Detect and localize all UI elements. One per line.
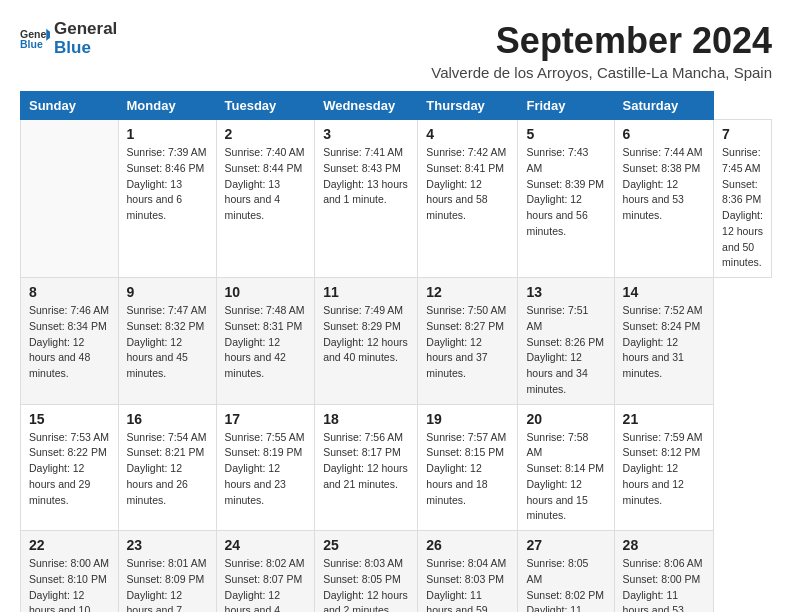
day-number: 16 <box>127 411 208 427</box>
table-row: 15Sunrise: 7:53 AMSunset: 8:22 PMDayligh… <box>21 404 119 531</box>
sunset-text: Sunset: 8:07 PM <box>225 572 307 588</box>
table-row: 23Sunrise: 8:01 AMSunset: 8:09 PMDayligh… <box>118 531 216 613</box>
day-info: Sunrise: 8:06 AMSunset: 8:00 PMDaylight:… <box>623 556 705 612</box>
sunrise-text: Sunrise: 8:00 AM <box>29 556 110 572</box>
day-info: Sunrise: 7:40 AMSunset: 8:44 PMDaylight:… <box>225 145 307 224</box>
daylight-text: Daylight: 12 hours and 21 minutes. <box>323 461 409 493</box>
table-row: 6Sunrise: 7:44 AMSunset: 8:38 PMDaylight… <box>614 120 713 278</box>
sunset-text: Sunset: 8:43 PM <box>323 161 409 177</box>
table-row: 4Sunrise: 7:42 AMSunset: 8:41 PMDaylight… <box>418 120 518 278</box>
day-number: 5 <box>526 126 605 142</box>
daylight-text: Daylight: 12 hours and 10 minutes. <box>29 588 110 613</box>
table-row: 9Sunrise: 7:47 AMSunset: 8:32 PMDaylight… <box>118 278 216 405</box>
sunset-text: Sunset: 8:19 PM <box>225 445 307 461</box>
daylight-text: Daylight: 11 hours and 56 minutes. <box>526 603 605 612</box>
table-row: 20Sunrise: 7:58 AMSunset: 8:14 PMDayligh… <box>518 404 614 531</box>
table-row: 5Sunrise: 7:43 AMSunset: 8:39 PMDaylight… <box>518 120 614 278</box>
table-row: 11Sunrise: 7:49 AMSunset: 8:29 PMDayligh… <box>315 278 418 405</box>
page-header: General Blue General Blue September 2024… <box>20 20 772 81</box>
day-info: Sunrise: 7:50 AMSunset: 8:27 PMDaylight:… <box>426 303 509 382</box>
table-row: 25Sunrise: 8:03 AMSunset: 8:05 PMDayligh… <box>315 531 418 613</box>
daylight-text: Daylight: 13 hours and 1 minute. <box>323 177 409 209</box>
table-row: 12Sunrise: 7:50 AMSunset: 8:27 PMDayligh… <box>418 278 518 405</box>
table-row: 1Sunrise: 7:39 AMSunset: 8:46 PMDaylight… <box>118 120 216 278</box>
table-row: 8Sunrise: 7:46 AMSunset: 8:34 PMDaylight… <box>21 278 119 405</box>
day-number: 3 <box>323 126 409 142</box>
logo-icon: General Blue <box>20 26 50 51</box>
day-info: Sunrise: 8:05 AMSunset: 8:02 PMDaylight:… <box>526 556 605 612</box>
sunset-text: Sunset: 8:02 PM <box>526 588 605 604</box>
day-info: Sunrise: 7:58 AMSunset: 8:14 PMDaylight:… <box>526 430 605 525</box>
day-number: 6 <box>623 126 705 142</box>
sunrise-text: Sunrise: 7:44 AM <box>623 145 705 161</box>
day-number: 17 <box>225 411 307 427</box>
day-number: 12 <box>426 284 509 300</box>
sunrise-text: Sunrise: 7:55 AM <box>225 430 307 446</box>
daylight-text: Daylight: 12 hours and 26 minutes. <box>127 461 208 508</box>
day-info: Sunrise: 7:56 AMSunset: 8:17 PMDaylight:… <box>323 430 409 493</box>
daylight-text: Daylight: 12 hours and 48 minutes. <box>29 335 110 382</box>
header-thursday: Thursday <box>418 92 518 120</box>
daylight-text: Daylight: 12 hours and 45 minutes. <box>127 335 208 382</box>
day-info: Sunrise: 8:02 AMSunset: 8:07 PMDaylight:… <box>225 556 307 612</box>
day-info: Sunrise: 7:54 AMSunset: 8:21 PMDaylight:… <box>127 430 208 509</box>
day-number: 9 <box>127 284 208 300</box>
sunrise-text: Sunrise: 7:53 AM <box>29 430 110 446</box>
location-subtitle: Valverde de los Arroyos, Castille-La Man… <box>431 64 772 81</box>
sunset-text: Sunset: 8:44 PM <box>225 161 307 177</box>
day-info: Sunrise: 7:59 AMSunset: 8:12 PMDaylight:… <box>623 430 705 509</box>
daylight-text: Daylight: 12 hours and 29 minutes. <box>29 461 110 508</box>
sunrise-text: Sunrise: 7:58 AM <box>526 430 605 462</box>
sunrise-text: Sunrise: 8:04 AM <box>426 556 509 572</box>
table-row: 28Sunrise: 8:06 AMSunset: 8:00 PMDayligh… <box>614 531 713 613</box>
sunrise-text: Sunrise: 7:42 AM <box>426 145 509 161</box>
sunrise-text: Sunrise: 7:43 AM <box>526 145 605 177</box>
daylight-text: Daylight: 13 hours and 4 minutes. <box>225 177 307 224</box>
table-row <box>21 120 119 278</box>
daylight-text: Daylight: 12 hours and 42 minutes. <box>225 335 307 382</box>
calendar-table: Sunday Monday Tuesday Wednesday Thursday… <box>20 91 772 612</box>
day-number: 23 <box>127 537 208 553</box>
day-info: Sunrise: 8:03 AMSunset: 8:05 PMDaylight:… <box>323 556 409 612</box>
table-row: 14Sunrise: 7:52 AMSunset: 8:24 PMDayligh… <box>614 278 713 405</box>
day-number: 4 <box>426 126 509 142</box>
calendar-week-row: 8Sunrise: 7:46 AMSunset: 8:34 PMDaylight… <box>21 278 772 405</box>
sunset-text: Sunset: 8:21 PM <box>127 445 208 461</box>
sunrise-text: Sunrise: 7:56 AM <box>323 430 409 446</box>
sunrise-text: Sunrise: 7:51 AM <box>526 303 605 335</box>
sunrise-text: Sunrise: 8:05 AM <box>526 556 605 588</box>
day-number: 24 <box>225 537 307 553</box>
sunset-text: Sunset: 8:03 PM <box>426 572 509 588</box>
sunrise-text: Sunrise: 7:47 AM <box>127 303 208 319</box>
day-number: 8 <box>29 284 110 300</box>
sunrise-text: Sunrise: 7:57 AM <box>426 430 509 446</box>
daylight-text: Daylight: 12 hours and 34 minutes. <box>526 350 605 397</box>
day-number: 14 <box>623 284 705 300</box>
sunset-text: Sunset: 8:26 PM <box>526 335 605 351</box>
day-number: 20 <box>526 411 605 427</box>
table-row: 18Sunrise: 7:56 AMSunset: 8:17 PMDayligh… <box>315 404 418 531</box>
sunrise-text: Sunrise: 7:52 AM <box>623 303 705 319</box>
sunrise-text: Sunrise: 7:59 AM <box>623 430 705 446</box>
header-tuesday: Tuesday <box>216 92 315 120</box>
daylight-text: Daylight: 13 hours and 6 minutes. <box>127 177 208 224</box>
table-row: 2Sunrise: 7:40 AMSunset: 8:44 PMDaylight… <box>216 120 315 278</box>
daylight-text: Daylight: 12 hours and 2 minutes. <box>323 588 409 613</box>
sunrise-text: Sunrise: 7:39 AM <box>127 145 208 161</box>
table-row: 22Sunrise: 8:00 AMSunset: 8:10 PMDayligh… <box>21 531 119 613</box>
day-info: Sunrise: 7:45 AMSunset: 8:36 PMDaylight:… <box>722 145 763 271</box>
day-info: Sunrise: 7:49 AMSunset: 8:29 PMDaylight:… <box>323 303 409 366</box>
sunrise-text: Sunrise: 7:46 AM <box>29 303 110 319</box>
calendar-week-row: 1Sunrise: 7:39 AMSunset: 8:46 PMDaylight… <box>21 120 772 278</box>
daylight-text: Daylight: 12 hours and 15 minutes. <box>526 477 605 524</box>
sunset-text: Sunset: 8:27 PM <box>426 319 509 335</box>
table-row: 16Sunrise: 7:54 AMSunset: 8:21 PMDayligh… <box>118 404 216 531</box>
table-row: 13Sunrise: 7:51 AMSunset: 8:26 PMDayligh… <box>518 278 614 405</box>
table-row: 26Sunrise: 8:04 AMSunset: 8:03 PMDayligh… <box>418 531 518 613</box>
table-row: 19Sunrise: 7:57 AMSunset: 8:15 PMDayligh… <box>418 404 518 531</box>
day-number: 25 <box>323 537 409 553</box>
sunset-text: Sunset: 8:34 PM <box>29 319 110 335</box>
daylight-text: Daylight: 12 hours and 7 minutes. <box>127 588 208 613</box>
daylight-text: Daylight: 12 hours and 37 minutes. <box>426 335 509 382</box>
sunset-text: Sunset: 8:29 PM <box>323 319 409 335</box>
